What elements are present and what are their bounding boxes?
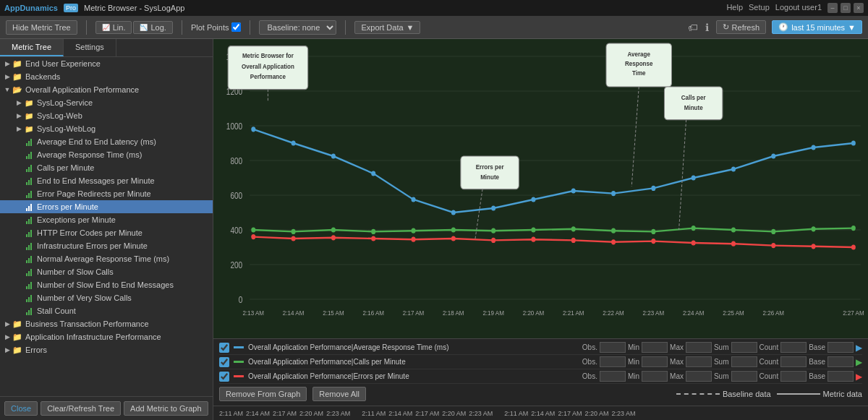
bottom-time-label-14: 2:20 AM	[584, 410, 608, 417]
tree-item-avg-response[interactable]: ▶ Average Response Time (ms)	[0, 148, 213, 161]
tree-label-oap: Overall Application Performance	[25, 85, 139, 94]
chart-type-buttons: 📈 Lin. 📉 Log.	[95, 21, 173, 34]
tree-arrow-oap[interactable]: ▼	[3, 85, 12, 94]
maximize-button[interactable]: □	[841, 3, 851, 13]
min-input-0[interactable]	[642, 342, 668, 353]
svg-text:400: 400	[230, 226, 242, 235]
tree-item-avg-e2e[interactable]: ▶ Average End to End Latency (ms)	[0, 135, 213, 148]
tag-icon[interactable]: 🏷	[686, 20, 699, 35]
legend-fields-1: Obs. Min Max Sum Count Base ▶	[582, 356, 862, 367]
sum-input-2[interactable]	[731, 371, 757, 382]
sum-input-1[interactable]	[731, 356, 757, 367]
remove-all-button[interactable]: Remove All	[312, 387, 366, 401]
tree-item-http-error[interactable]: ▶ HTTP Error Codes per Minute	[0, 226, 213, 239]
logout-link[interactable]: Logout user1	[775, 3, 822, 13]
tree-item-error-page[interactable]: ▶ Error Page Redirects per Minute	[0, 187, 213, 200]
tab-metric-tree[interactable]: Metric Tree	[0, 39, 64, 56]
tree-item-end-user[interactable]: ▶ 📁 End User Experience	[0, 57, 213, 70]
legend-action-icon-1[interactable]: ▶	[856, 357, 862, 367]
export-data-button[interactable]: Export Data ▼	[354, 21, 420, 34]
clear-refresh-button[interactable]: Clear/Refresh Tree	[41, 401, 121, 416]
refresh-button[interactable]: ↻ Refresh	[716, 20, 767, 34]
legend-checkbox-1[interactable]	[219, 357, 229, 367]
metric-icon-e2e	[23, 176, 35, 185]
count-input-2[interactable]	[780, 371, 807, 382]
tree-arrow-errors-folder[interactable]: ▶	[3, 346, 12, 354]
tree-item-stall-count[interactable]: ▶ Stall Count	[0, 304, 213, 317]
info-icon[interactable]: ℹ	[704, 20, 710, 35]
close-button[interactable]: Close	[4, 401, 38, 416]
tree-item-syslog-web[interactable]: ▶ 📁 SysLog-Web	[0, 109, 213, 122]
tree-arrow-end-user[interactable]: ▶	[3, 59, 12, 68]
base-input-1[interactable]	[827, 356, 854, 367]
sum-input-0[interactable]	[731, 342, 757, 353]
time-range-label: last 15 minutes	[791, 23, 845, 32]
obs-input-1[interactable]	[600, 356, 626, 367]
max-input-1[interactable]	[686, 356, 712, 367]
setup-link[interactable]: Setup	[749, 3, 770, 13]
tree-item-slow-calls[interactable]: ▶ Number of Slow Calls	[0, 265, 213, 278]
metric-icon-avg-response	[23, 150, 35, 159]
minimize-button[interactable]: –	[827, 3, 838, 13]
log-button[interactable]: 📉 Log.	[133, 21, 172, 34]
svg-text:Calls per: Calls per	[681, 93, 706, 101]
chart-svg: 1400 1200 1000 800 600 400 200 0	[213, 39, 868, 317]
svg-point-47	[812, 226, 816, 231]
tree-area[interactable]: ▶ 📁 End User Experience ▶ 📁 Backends ▼ 📂…	[0, 57, 213, 396]
tree-item-syslog-weblog[interactable]: ▶ 📁 SysLog-WebLog	[0, 122, 213, 135]
time-range-button[interactable]: 🕐 last 15 minutes ▼	[772, 20, 862, 34]
max-input-0[interactable]	[686, 342, 712, 353]
legend-action-icon-2[interactable]: ▶	[856, 372, 862, 382]
max-input-2[interactable]	[686, 371, 712, 382]
min-input-1[interactable]	[642, 356, 668, 367]
tree-item-errors-folder[interactable]: ▶ 📁 Errors	[0, 343, 213, 356]
svg-text:2:14 AM: 2:14 AM	[283, 309, 304, 317]
tree-arrow-syslog-web[interactable]: ▶	[14, 111, 23, 120]
tree-item-syslog-service[interactable]: ▶ 📁 SysLog-Service	[0, 96, 213, 109]
help-link[interactable]: Help	[726, 3, 743, 13]
obs-input-2[interactable]	[600, 371, 626, 382]
count-input-1[interactable]	[780, 356, 807, 367]
tree-item-btp[interactable]: ▶ 📁 Business Transaction Performance	[0, 317, 213, 330]
legend-fields-0: Obs. Min Max Sum Count Base ▶	[582, 342, 862, 353]
tree-item-infra-errors[interactable]: ▶ Infrastructure Errors per Minute	[0, 239, 213, 252]
base-input-2[interactable]	[827, 371, 854, 382]
legend-action-icon-0[interactable]: ▶	[856, 343, 862, 353]
tab-settings[interactable]: Settings	[64, 39, 116, 56]
tree-arrow-btp[interactable]: ▶	[3, 320, 12, 328]
legend-row-1: Overall Application Performance|Calls pe…	[219, 355, 862, 369]
legend-checkbox-0[interactable]	[219, 343, 229, 353]
tree-item-normal-avg[interactable]: ▶ Normal Average Response Time (ms)	[0, 252, 213, 265]
legend-label-1: Overall Application Performance|Calls pe…	[248, 358, 578, 366]
tree-item-slow-e2e[interactable]: ▶ Number of Slow End to End Messages	[0, 278, 213, 291]
tree-arrow-backends[interactable]: ▶	[3, 72, 12, 81]
tree-item-errors-per-min[interactable]: ▶ Errors per Minute	[0, 200, 213, 213]
min-input-2[interactable]	[642, 371, 668, 382]
close-button[interactable]: ×	[854, 3, 864, 13]
obs-input-0[interactable]	[600, 342, 626, 353]
lin-button[interactable]: 📈 Lin.	[95, 21, 132, 34]
export-data-label: Export Data	[361, 23, 403, 32]
legend-checkbox-2[interactable]	[219, 372, 229, 382]
svg-point-22	[451, 210, 456, 215]
tree-arrow-aii[interactable]: ▶	[3, 333, 12, 341]
tree-arrow-syslog-weblog[interactable]: ▶	[14, 124, 23, 133]
refresh-icon: ↻	[723, 22, 729, 32]
tree-item-exceptions[interactable]: ▶ Exceptions per Minute	[0, 213, 213, 226]
hide-metric-tree-button[interactable]: Hide Metric Tree	[6, 20, 77, 35]
plot-points-checkbox[interactable]	[231, 22, 241, 32]
tree-arrow-syslog-service[interactable]: ▶	[14, 98, 23, 107]
count-input-0[interactable]	[780, 342, 807, 353]
baseline-select[interactable]: Baseline: none	[259, 20, 336, 35]
tree-item-aii[interactable]: ▶ 📁 Application Infrastructure Performan…	[0, 330, 213, 343]
remove-from-graph-button[interactable]: Remove From Graph	[219, 387, 307, 401]
metric-icon-error-page	[23, 189, 35, 198]
svg-text:0: 0	[239, 295, 243, 304]
tree-item-backends[interactable]: ▶ 📁 Backends	[0, 70, 213, 83]
tree-item-oap[interactable]: ▼ 📂 Overall Application Performance	[0, 83, 213, 96]
tree-item-e2e-messages[interactable]: ▶ End to End Messages per Minute	[0, 174, 213, 187]
add-metric-button[interactable]: Add Metric to Graph	[124, 401, 208, 416]
base-input-0[interactable]	[827, 342, 854, 353]
tree-item-very-slow[interactable]: ▶ Number of Very Slow Calls	[0, 291, 213, 304]
tree-item-calls-per-min[interactable]: ▶ Calls per Minute	[0, 161, 213, 174]
